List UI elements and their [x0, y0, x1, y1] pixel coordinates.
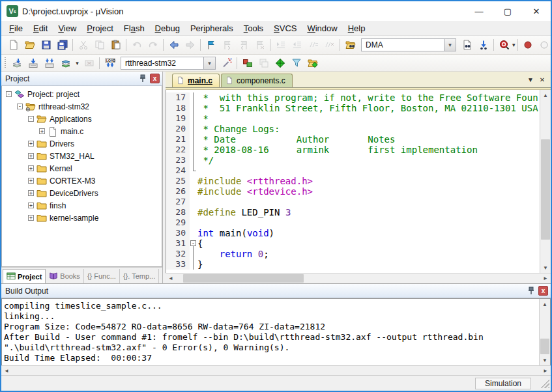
collapse-icon[interactable]: - [6, 91, 12, 97]
project-panel-close-icon[interactable]: x [150, 74, 160, 83]
pin-icon[interactable] [138, 74, 148, 84]
menu-project[interactable]: Project [81, 22, 118, 35]
close-button[interactable]: ✕ [522, 2, 551, 20]
code-line[interactable]: 26#include <rtdevice.h> [166, 186, 540, 197]
menu-view[interactable]: View [53, 22, 81, 35]
scroll-down-icon[interactable] [540, 262, 551, 273]
dropdown-caret-icon[interactable] [512, 38, 516, 52]
code-line[interactable]: 20 * Change Logs: [166, 124, 540, 134]
file-extensions-icon[interactable] [288, 56, 304, 70]
find-icon[interactable] [459, 38, 475, 52]
menu-file[interactable]: File [4, 22, 28, 35]
menu-help[interactable]: Help [343, 22, 371, 35]
scroll-down-icon[interactable] [540, 355, 550, 365]
code-line[interactable]: 33} [166, 259, 540, 270]
scroll-up-icon[interactable] [540, 90, 551, 100]
code-line[interactable]: 19 * [166, 113, 540, 124]
tree-item-cortex-m3[interactable]: +CORTEX-M3 [2, 175, 162, 187]
save-icon[interactable] [38, 38, 54, 52]
code-line[interactable]: 25#include <rtthread.h> [166, 176, 540, 186]
menu-tools[interactable]: Tools [239, 22, 269, 35]
panel-tab-temp[interactable]: {}. Temp... [120, 269, 159, 283]
tree-item-applications[interactable]: -Applications [2, 113, 162, 125]
build-icon[interactable] [25, 56, 41, 70]
code-line[interactable]: 23 */ [166, 155, 540, 165]
search-combobox[interactable]: DMA [361, 38, 456, 51]
code-line[interactable]: 30int main(void) [166, 228, 540, 238]
expand-icon[interactable]: + [39, 128, 45, 134]
code-line[interactable]: 28#define LED_PIN 3 [166, 207, 540, 217]
tree-item-main-c[interactable]: +main.c [2, 125, 162, 137]
editor-tab-components-c[interactable]: components.c [221, 74, 293, 87]
menu-debug[interactable]: Debug [150, 22, 185, 35]
batch-build-icon[interactable] [57, 56, 74, 70]
tree-item-finsh[interactable]: +finsh [2, 199, 162, 212]
scroll-up-icon[interactable] [540, 299, 550, 309]
expand-icon[interactable]: + [28, 165, 34, 171]
expand-icon[interactable]: + [28, 215, 34, 221]
tree-item-devicedrivers[interactable]: +DeviceDrivers [2, 187, 162, 199]
code-line[interactable]: 32 return 0; [166, 249, 540, 259]
insert-bookmark-icon[interactable] [203, 38, 219, 52]
pin-icon[interactable] [526, 286, 536, 296]
tree-item-project-project[interactable]: -Project: project [2, 88, 162, 100]
navigate-back-icon[interactable] [166, 38, 182, 52]
code-area[interactable]: 17 * with this program; if not, write to… [166, 90, 540, 273]
maximize-button[interactable]: ▢ [493, 2, 522, 20]
build-output-close-icon[interactable]: x [538, 286, 548, 296]
search-value[interactable]: DMA [361, 38, 444, 51]
save-all-icon[interactable] [54, 38, 70, 52]
close-document-icon[interactable]: ✕ [536, 74, 548, 85]
target-options-icon[interactable] [218, 56, 235, 70]
open-folder-icon[interactable] [22, 38, 38, 52]
build-vertical-scrollbar[interactable] [539, 299, 550, 365]
build-horizontal-scrollbar[interactable] [1, 365, 551, 375]
target-select-combobox[interactable]: rtthread-stm32 [121, 57, 216, 70]
code-line[interactable]: 17 * with this program; if not, write to… [166, 92, 540, 103]
tree-item-kernel-sample[interactable]: +kernel-sample [2, 212, 162, 224]
code-line[interactable]: 24 [166, 165, 540, 176]
tree-item-rtthread-stm32[interactable]: -rtthread-stm32 [2, 100, 162, 113]
manage-project-items-icon[interactable] [304, 56, 321, 70]
manage-books-icon[interactable] [272, 56, 288, 70]
expand-icon[interactable]: + [28, 178, 34, 184]
download-icon[interactable]: LOAD [102, 56, 118, 70]
manage-components-icon[interactable] [239, 56, 255, 70]
expand-icon[interactable]: + [28, 203, 34, 208]
scroll-left-icon[interactable] [1, 366, 12, 375]
code-line[interactable]: 21 * Date Author Notes [166, 134, 540, 145]
scroll-left-icon[interactable] [166, 273, 176, 283]
collapse-icon[interactable]: - [28, 116, 34, 122]
resize-grip-icon[interactable] [540, 379, 549, 388]
search-dropdown-icon[interactable] [444, 38, 456, 51]
menu-svcs[interactable]: SVCS [269, 22, 302, 35]
tree-item-stm32-hal[interactable]: +STM32_HAL [2, 150, 162, 162]
expand-icon[interactable]: + [28, 190, 34, 196]
editor-horizontal-scrollbar[interactable] [166, 273, 551, 283]
target-select-value[interactable]: rtthread-stm32 [121, 57, 204, 70]
new-file-icon[interactable] [5, 38, 22, 52]
code-line[interactable]: 22 * 2018-08-16 armink first implementat… [166, 145, 540, 155]
collapse-icon[interactable]: - [17, 104, 23, 109]
menu-flash[interactable]: Flash [119, 22, 150, 35]
translate-icon[interactable] [8, 56, 25, 70]
rebuild-icon[interactable] [41, 56, 57, 70]
minimize-button[interactable]: — [465, 2, 493, 20]
panel-tab-func[interactable]: {} Func... [84, 269, 120, 283]
panel-tab-project[interactable]: Project [3, 269, 46, 283]
find-in-files-icon[interactable] [342, 38, 358, 52]
editor-vertical-scrollbar[interactable] [540, 90, 551, 273]
expand-icon[interactable]: + [28, 141, 34, 147]
editor-tab-main-c[interactable]: main.c [172, 74, 220, 87]
menu-window[interactable]: Window [302, 22, 342, 35]
disable-breakpoint-icon[interactable] [536, 38, 552, 52]
scroll-right-icon[interactable] [540, 273, 551, 283]
code-line[interactable]: 29 [166, 217, 540, 228]
incremental-find-icon[interactable] [475, 38, 491, 52]
search-options-icon[interactable] [496, 38, 512, 52]
code-line[interactable]: 31-{ [166, 238, 540, 249]
dropdown-caret-icon[interactable] [74, 56, 81, 70]
toolbar-grip[interactable] [4, 57, 7, 69]
menu-peripherals[interactable]: Peripherals [185, 22, 239, 35]
fold-margin[interactable]: - [190, 238, 197, 249]
